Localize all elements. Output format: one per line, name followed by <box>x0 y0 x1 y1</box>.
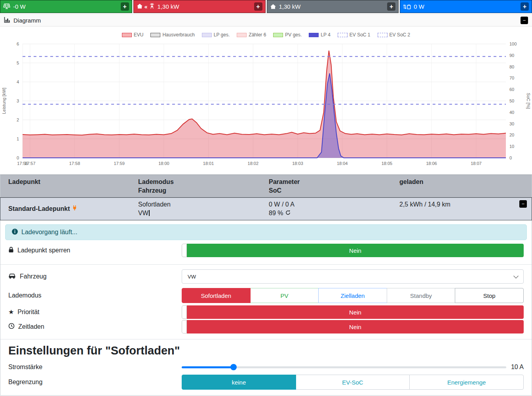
svg-text:20: 20 <box>509 133 514 137</box>
text-cursor <box>149 210 150 216</box>
toggle-on-segment[interactable]: Nein <box>187 305 524 319</box>
toggle-off-segment[interactable] <box>182 320 187 333</box>
legend-item-hausverbrauch[interactable]: Hausverbrauch <box>150 32 194 38</box>
charging-status-alert: Ladevorgang läuft... <box>5 224 527 240</box>
status-box-battery[interactable]: 0 W + <box>400 0 532 13</box>
legend-label: LP 4 <box>321 32 330 38</box>
car-icon <box>8 273 16 280</box>
openwb-app: -0 W + « 1,30 kW + 1,30 kW + 0 W + <box>0 0 532 396</box>
stromstaerke-slider[interactable] <box>182 364 506 370</box>
star-icon: ★ <box>8 309 14 315</box>
begrenzung-keine-button[interactable]: keine <box>182 375 296 390</box>
info-icon <box>11 228 18 237</box>
chargepoint-card: Ladepunkt LademodusFahrzeug ParameterSoC… <box>0 174 532 396</box>
prioritaet-label: ★ Priorität <box>8 309 182 316</box>
status-bar: -0 W + « 1,30 kW + 1,30 kW + 0 W + <box>0 0 532 13</box>
lademodus-label: Lademodus <box>8 292 182 299</box>
chargepoint-parameter-soc: 0 W / 0 A 89 % <box>261 200 391 218</box>
ladepunkt-sperren-toggle[interactable]: Nein <box>182 244 524 257</box>
zeitladen-row: Zeitladen Nein <box>0 320 532 333</box>
svg-text:5: 5 <box>17 61 19 65</box>
legend-item-pv-ges-[interactable]: PV ges. <box>273 32 302 38</box>
chargepoint-name: Standard-Ladepunkt <box>0 200 130 218</box>
diagram-title: Diagramm <box>13 17 41 24</box>
stromstaerke-label: Stromstärke <box>8 364 182 371</box>
mode-stop-button[interactable]: Stop <box>455 288 524 303</box>
expand-house-button[interactable]: + <box>387 2 395 11</box>
lock-icon <box>8 246 14 254</box>
header-lademodus-fahrzeug: LademodusFahrzeug <box>130 178 261 195</box>
status-box-house[interactable]: 1,30 kW + <box>267 0 399 13</box>
svg-text:18:07: 18:07 <box>471 161 482 166</box>
header-parameter-soc: ParameterSoC <box>261 178 391 195</box>
svg-text:18:05: 18:05 <box>382 161 393 166</box>
legend-item-zähler-6[interactable]: Zähler 6 <box>237 32 266 38</box>
toggle-on-segment[interactable]: Nein <box>187 320 524 333</box>
mode-standby-button[interactable]: Standby <box>387 288 456 303</box>
legend-label: PV ges. <box>285 32 302 38</box>
refresh-soc-icon[interactable] <box>285 209 291 218</box>
toggle-on-segment[interactable]: Nein <box>187 244 524 257</box>
expand-grid-button[interactable]: + <box>254 2 262 11</box>
svg-text:18:03: 18:03 <box>292 161 303 166</box>
zeitladen-toggle[interactable]: Nein <box>182 320 524 333</box>
status-box-pv[interactable]: -0 W + <box>0 0 132 13</box>
legend-label: EV SoC 2 <box>390 32 410 38</box>
svg-text:100: 100 <box>509 42 517 46</box>
svg-text:4: 4 <box>17 80 19 84</box>
svg-text:Leistung [kW]: Leistung [kW] <box>2 88 6 114</box>
chargepoint-row[interactable]: Standard-Ladepunkt Sofortladen VW 0 W / … <box>0 197 532 220</box>
legend-label: EVU <box>134 32 144 38</box>
svg-text:18:04: 18:04 <box>337 161 348 166</box>
mode-zielladen-button[interactable]: Zielladen <box>318 288 387 303</box>
clock-icon <box>8 323 15 331</box>
svg-text:80: 80 <box>509 64 514 69</box>
battery-arrows-icon <box>403 4 411 10</box>
status-box-grid[interactable]: « 1,30 kW + <box>133 0 266 13</box>
legend-item-evu[interactable]: EVU <box>122 32 144 38</box>
power-chart-section: EVUHausverbrauchLP ges.Zähler 6PV ges.LP… <box>0 27 532 172</box>
svg-text:40: 40 <box>509 110 514 115</box>
mode-pv-button[interactable]: PV <box>250 288 319 303</box>
charging-status-text: Ladevorgang läuft... <box>21 229 77 236</box>
lademodus-row: Lademodus Sofortladen PV Zielladen Stand… <box>0 288 532 303</box>
legend-label: Hausverbrauch <box>162 32 194 38</box>
svg-text:18:00: 18:00 <box>158 161 169 166</box>
settings-heading: Einstellungen für "Sofortladen" <box>0 344 532 357</box>
chargepoint-soc: 89 % <box>269 209 283 218</box>
svg-text:0: 0 <box>17 155 19 160</box>
fahrzeug-select-value: VW <box>188 274 196 280</box>
legend-swatch <box>237 33 247 37</box>
zeitladen-label: Zeitladen <box>8 323 182 331</box>
toggle-off-segment[interactable] <box>182 244 187 257</box>
legend-item-lp-ges-[interactable]: LP ges. <box>202 32 230 38</box>
collapse-chargepoint-button[interactable]: − <box>519 200 527 208</box>
expand-pv-button[interactable]: + <box>121 2 129 11</box>
chart-icon <box>4 17 10 24</box>
toggle-off-segment[interactable] <box>182 305 187 319</box>
grid-power-value: 1,30 kW <box>158 3 179 10</box>
legend-item-ev-soc-2[interactable]: EV SoC 2 <box>378 32 410 38</box>
svg-text:17:57: 17:57 <box>25 161 36 166</box>
legend-swatch <box>122 33 132 37</box>
svg-text:0: 0 <box>509 155 512 160</box>
legend-item-ev-soc-1[interactable]: EV SoC 1 <box>338 32 370 38</box>
begrenzung-ev-soc-button[interactable]: EV-SoC <box>296 375 410 390</box>
mode-sofortladen-button[interactable]: Sofortladen <box>182 288 251 303</box>
svg-text:SoC [%]: SoC [%] <box>526 93 531 109</box>
pv-power-value: -0 W <box>13 3 26 10</box>
prioritaet-row: ★ Priorität Nein <box>0 305 532 319</box>
chevrons-left-icon: « <box>144 4 148 10</box>
collapse-diagram-button[interactable]: − <box>521 17 528 24</box>
legend-swatch <box>150 33 160 37</box>
expand-battery-button[interactable]: + <box>521 2 529 11</box>
legend-item-lp-4[interactable]: LP 4 <box>309 32 330 38</box>
prioritaet-toggle[interactable]: Nein <box>182 305 524 319</box>
svg-text:50: 50 <box>509 99 514 103</box>
slider-thumb[interactable] <box>230 364 237 370</box>
svg-text:6: 6 <box>17 42 19 46</box>
chargepoint-vehicle[interactable]: VW <box>138 210 148 216</box>
fahrzeug-select[interactable]: VW <box>182 269 524 284</box>
header-geladen: geladen <box>391 178 532 195</box>
begrenzung-energiemenge-button[interactable]: Energiemenge <box>409 375 524 390</box>
